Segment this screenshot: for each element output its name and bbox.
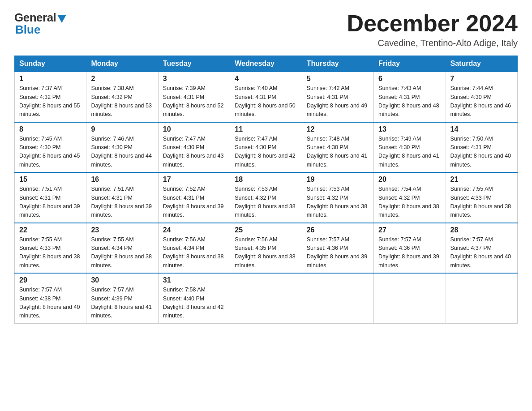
table-row: 25 Sunrise: 7:56 AMSunset: 4:35 PMDaylig…: [230, 223, 302, 274]
table-row: 22 Sunrise: 7:55 AMSunset: 4:33 PMDaylig…: [15, 223, 86, 274]
table-row: 4 Sunrise: 7:40 AMSunset: 4:31 PMDayligh…: [230, 72, 302, 122]
page-title: December 2024: [347, 11, 518, 36]
day-info: Sunrise: 7:42 AMSunset: 4:31 PMDaylight:…: [307, 85, 368, 117]
table-row: 11 Sunrise: 7:47 AMSunset: 4:30 PMDaylig…: [230, 122, 302, 173]
day-number: 10: [163, 125, 225, 133]
day-number: 31: [163, 276, 225, 284]
table-row: 13 Sunrise: 7:49 AMSunset: 4:30 PMDaylig…: [374, 122, 446, 173]
day-number: 14: [450, 125, 513, 133]
day-number: 20: [378, 176, 441, 184]
day-info: Sunrise: 7:57 AMSunset: 4:37 PMDaylight:…: [450, 236, 511, 269]
day-number: 24: [163, 226, 225, 234]
day-number: 6: [378, 75, 441, 83]
table-row: [302, 273, 373, 323]
day-info: Sunrise: 7:44 AMSunset: 4:30 PMDaylight:…: [450, 85, 511, 117]
table-row: 14 Sunrise: 7:50 AMSunset: 4:31 PMDaylig…: [446, 122, 517, 173]
header-sunday: Sunday: [15, 56, 86, 72]
table-row: 15 Sunrise: 7:51 AMSunset: 4:31 PMDaylig…: [15, 172, 86, 223]
day-number: 15: [19, 176, 82, 184]
calendar-week-row: 15 Sunrise: 7:51 AMSunset: 4:31 PMDaylig…: [15, 172, 518, 223]
day-number: 22: [19, 226, 82, 234]
day-info: Sunrise: 7:43 AMSunset: 4:31 PMDaylight:…: [378, 85, 439, 117]
day-info: Sunrise: 7:38 AMSunset: 4:32 PMDaylight:…: [91, 85, 152, 117]
table-row: 6 Sunrise: 7:43 AMSunset: 4:31 PMDayligh…: [374, 72, 446, 122]
day-number: 25: [235, 226, 297, 234]
table-row: 26 Sunrise: 7:57 AMSunset: 4:36 PMDaylig…: [302, 223, 373, 274]
table-row: 7 Sunrise: 7:44 AMSunset: 4:30 PMDayligh…: [446, 72, 517, 122]
day-number: 5: [307, 75, 369, 83]
day-info: Sunrise: 7:54 AMSunset: 4:32 PMDaylight:…: [378, 186, 439, 218]
table-row: 5 Sunrise: 7:42 AMSunset: 4:31 PMDayligh…: [302, 72, 373, 122]
table-row: 28 Sunrise: 7:57 AMSunset: 4:37 PMDaylig…: [446, 223, 517, 274]
table-row: 19 Sunrise: 7:53 AMSunset: 4:32 PMDaylig…: [302, 172, 373, 223]
page-subtitle: Cavedine, Trentino-Alto Adige, Italy: [347, 38, 518, 48]
day-info: Sunrise: 7:51 AMSunset: 4:31 PMDaylight:…: [91, 186, 152, 218]
day-info: Sunrise: 7:48 AMSunset: 4:30 PMDaylight:…: [307, 136, 368, 168]
calendar-week-row: 8 Sunrise: 7:45 AMSunset: 4:30 PMDayligh…: [15, 122, 518, 173]
logo: General Blue: [14, 11, 66, 37]
day-info: Sunrise: 7:57 AMSunset: 4:39 PMDaylight:…: [91, 287, 152, 319]
day-info: Sunrise: 7:56 AMSunset: 4:34 PMDaylight:…: [163, 236, 224, 269]
day-number: 16: [91, 176, 153, 184]
header-thursday: Thursday: [302, 56, 373, 72]
logo-blue-text: Blue: [14, 23, 40, 37]
logo-arrow-icon: [57, 15, 66, 23]
title-section: December 2024 Cavedine, Trentino-Alto Ad…: [347, 11, 518, 48]
table-row: 10 Sunrise: 7:47 AMSunset: 4:30 PMDaylig…: [158, 122, 230, 173]
day-number: 18: [235, 176, 297, 184]
table-row: 8 Sunrise: 7:45 AMSunset: 4:30 PMDayligh…: [15, 122, 86, 173]
table-row: 20 Sunrise: 7:54 AMSunset: 4:32 PMDaylig…: [374, 172, 446, 223]
table-row: [230, 273, 302, 323]
day-info: Sunrise: 7:56 AMSunset: 4:35 PMDaylight:…: [235, 236, 296, 269]
day-info: Sunrise: 7:47 AMSunset: 4:30 PMDaylight:…: [235, 136, 296, 168]
table-row: 29 Sunrise: 7:57 AMSunset: 4:38 PMDaylig…: [15, 273, 86, 323]
table-row: 30 Sunrise: 7:57 AMSunset: 4:39 PMDaylig…: [86, 273, 158, 323]
table-row: 18 Sunrise: 7:53 AMSunset: 4:32 PMDaylig…: [230, 172, 302, 223]
header-monday: Monday: [86, 56, 158, 72]
table-row: 2 Sunrise: 7:38 AMSunset: 4:32 PMDayligh…: [86, 72, 158, 122]
calendar-week-row: 29 Sunrise: 7:57 AMSunset: 4:38 PMDaylig…: [15, 273, 518, 323]
day-number: 3: [163, 75, 225, 83]
table-row: 31 Sunrise: 7:58 AMSunset: 4:40 PMDaylig…: [158, 273, 230, 323]
day-number: 19: [307, 176, 369, 184]
header-saturday: Saturday: [446, 56, 517, 72]
day-number: 9: [91, 125, 153, 133]
table-row: 23 Sunrise: 7:55 AMSunset: 4:34 PMDaylig…: [86, 223, 158, 274]
calendar-week-row: 1 Sunrise: 7:37 AMSunset: 4:32 PMDayligh…: [15, 72, 518, 122]
day-info: Sunrise: 7:40 AMSunset: 4:31 PMDaylight:…: [235, 85, 296, 117]
day-info: Sunrise: 7:53 AMSunset: 4:32 PMDaylight:…: [235, 186, 296, 218]
day-number: 4: [235, 75, 297, 83]
day-info: Sunrise: 7:57 AMSunset: 4:36 PMDaylight:…: [378, 236, 439, 269]
day-info: Sunrise: 7:58 AMSunset: 4:40 PMDaylight:…: [163, 287, 224, 319]
day-info: Sunrise: 7:57 AMSunset: 4:36 PMDaylight:…: [307, 236, 368, 269]
day-number: 17: [163, 176, 225, 184]
day-number: 21: [450, 176, 513, 184]
day-info: Sunrise: 7:46 AMSunset: 4:30 PMDaylight:…: [91, 136, 152, 168]
day-info: Sunrise: 7:39 AMSunset: 4:31 PMDaylight:…: [163, 85, 224, 117]
day-number: 2: [91, 75, 153, 83]
table-row: 1 Sunrise: 7:37 AMSunset: 4:32 PMDayligh…: [15, 72, 86, 122]
day-info: Sunrise: 7:51 AMSunset: 4:31 PMDaylight:…: [19, 186, 80, 218]
day-info: Sunrise: 7:53 AMSunset: 4:32 PMDaylight:…: [307, 186, 368, 218]
day-number: 7: [450, 75, 513, 83]
table-row: 27 Sunrise: 7:57 AMSunset: 4:36 PMDaylig…: [374, 223, 446, 274]
day-info: Sunrise: 7:49 AMSunset: 4:30 PMDaylight:…: [378, 136, 439, 168]
header-friday: Friday: [374, 56, 446, 72]
table-row: [446, 273, 517, 323]
table-row: 9 Sunrise: 7:46 AMSunset: 4:30 PMDayligh…: [86, 122, 158, 173]
table-row: 3 Sunrise: 7:39 AMSunset: 4:31 PMDayligh…: [158, 72, 230, 122]
page-header: General Blue December 2024 Cavedine, Tre…: [14, 11, 518, 48]
calendar-header-row: Sunday Monday Tuesday Wednesday Thursday…: [15, 56, 518, 72]
day-number: 11: [235, 125, 297, 133]
day-number: 26: [307, 226, 369, 234]
day-number: 23: [91, 226, 153, 234]
day-info: Sunrise: 7:37 AMSunset: 4:32 PMDaylight:…: [19, 85, 80, 117]
day-info: Sunrise: 7:57 AMSunset: 4:38 PMDaylight:…: [19, 287, 80, 319]
table-row: [374, 273, 446, 323]
day-info: Sunrise: 7:45 AMSunset: 4:30 PMDaylight:…: [19, 136, 80, 168]
day-number: 13: [378, 125, 441, 133]
table-row: 24 Sunrise: 7:56 AMSunset: 4:34 PMDaylig…: [158, 223, 230, 274]
calendar-week-row: 22 Sunrise: 7:55 AMSunset: 4:33 PMDaylig…: [15, 223, 518, 274]
day-number: 1: [19, 75, 82, 83]
day-info: Sunrise: 7:55 AMSunset: 4:34 PMDaylight:…: [91, 236, 152, 269]
